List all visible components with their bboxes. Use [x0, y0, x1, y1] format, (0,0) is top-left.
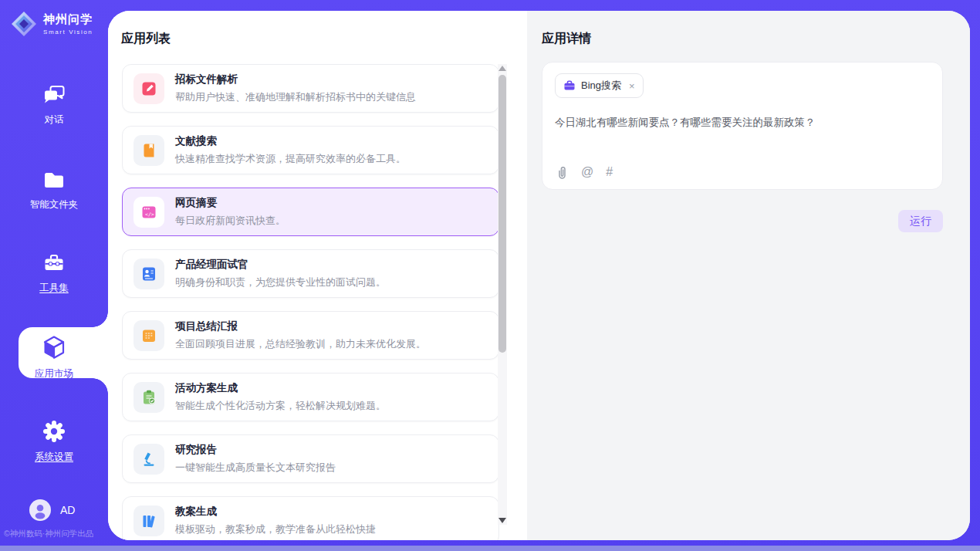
brand-subtitle: Smart Vision [43, 29, 93, 35]
sidebar-item-toolset[interactable]: 工具集 [0, 252, 108, 295]
active-item-notch-top [93, 312, 108, 327]
app-card-title: 文献搜索 [175, 134, 406, 148]
gear-icon [42, 419, 66, 444]
brand-logo: 神州问学 Smart Vision [10, 10, 93, 38]
app-card-title: 网页摘要 [175, 196, 286, 210]
svg-text:</>: </> [145, 211, 154, 217]
app-detail-title: 应用详情 [542, 31, 970, 47]
hash-icon[interactable]: # [606, 166, 613, 178]
sidebar-item-smart-folder[interactable]: 智能文件夹 [0, 168, 108, 211]
sidebar-item-label: 智能文件夹 [30, 198, 79, 211]
microscope-icon [133, 444, 164, 475]
app-list-scrollbar[interactable] [498, 64, 507, 525]
cube-icon [41, 334, 67, 360]
mention-icon[interactable]: @ [581, 166, 593, 178]
toolbox-icon [42, 252, 66, 275]
app-card-description: 模板驱动，教案秒成，教学准备从此轻松快捷 [175, 522, 376, 536]
sidebar: 神州问学 Smart Vision 对话 智能文件夹 [0, 0, 108, 551]
user-initials: AD [60, 504, 75, 516]
app-card-event-plan[interactable]: 活动方案生成 智能生成个性化活动方案，轻松解决规划难题。 [122, 373, 499, 421]
copyright-text: ©神州数码·神州问学出品 [4, 529, 108, 539]
app-card-description: 全面回顾项目进展，总结经验教训，助力未来优化发展。 [175, 337, 426, 351]
browser-code-icon: </> [133, 197, 164, 228]
app-list-section: 应用列表 招标文件解析 帮助用户快速、准确地理解和解析招标书中的关键信息 [108, 11, 527, 540]
brand-logo-icon [10, 10, 38, 38]
app-card-web-summary[interactable]: </> 网页摘要 每日政府新闻资讯快查。 [122, 188, 499, 236]
app-card-title: 活动方案生成 [175, 381, 386, 395]
app-card-title: 项目总结汇报 [175, 319, 426, 333]
paperclip-icon[interactable] [555, 164, 569, 180]
bottom-strip [0, 546, 980, 551]
app-card-bid-parse[interactable]: 招标文件解析 帮助用户快速、准确地理解和解析招标书中的关键信息 [122, 64, 499, 113]
note-icon [133, 320, 164, 351]
content-panel: 应用列表 招标文件解析 帮助用户快速、准确地理解和解析招标书中的关键信息 [108, 11, 970, 540]
run-button[interactable]: 运行 [898, 210, 943, 232]
app-card-description: 智能生成个性化活动方案，轻松解决规划难题。 [175, 399, 386, 413]
tool-tag-bing-search[interactable]: Bing搜索 × [555, 73, 644, 98]
app-card-pm-interviewer[interactable]: 产品经理面试官 明确身份和职责，为您提供专业性的面试问题。 [122, 249, 499, 298]
folder-icon [42, 168, 66, 191]
briefcase-icon [563, 79, 576, 92]
app-card-research-report[interactable]: 研究报告 一键智能生成高质量长文本研究报告 [122, 434, 499, 483]
prompt-composer-card: Bing搜索 × 今日湖北有哪些新闻要点？有哪些需要关注的最新政策？ @ # [542, 62, 943, 190]
brand-name: 神州问学 [43, 12, 93, 27]
scrollbar-down-arrow[interactable] [498, 518, 506, 523]
app-card-title: 研究报告 [175, 443, 336, 457]
brand-logo-text: 神州问学 Smart Vision [43, 12, 93, 35]
chat-icon [42, 83, 66, 106]
app-card-description: 每日政府新闻资讯快查。 [175, 214, 286, 228]
app-card-description: 明确身份和职责，为您提供专业性的面试问题。 [175, 276, 386, 289]
app-card-description: 快速精准查找学术资源，提高研究效率的必备工具。 [175, 152, 406, 166]
app-card-project-summary[interactable]: 项目总结汇报 全面回顾项目进展，总结经验教训，助力未来优化发展。 [122, 311, 499, 360]
clipboard-check-icon [133, 382, 164, 413]
app-card-list: 招标文件解析 帮助用户快速、准确地理解和解析招标书中的关键信息 文献搜索 快速精… [122, 64, 499, 540]
scrollbar-thumb[interactable] [498, 75, 506, 353]
app-card-description: 帮助用户快速、准确地理解和解析招标书中的关键信息 [175, 90, 416, 104]
avatar-person-icon [29, 499, 51, 521]
sidebar-item-label: 工具集 [39, 282, 69, 295]
sidebar-item-label: 系统设置 [35, 451, 73, 464]
scrollbar-up-arrow[interactable] [498, 66, 506, 71]
edit-square-icon [133, 73, 164, 104]
app-card-title: 教案生成 [175, 505, 376, 519]
books-icon [133, 505, 164, 536]
sidebar-item-label: 对话 [45, 113, 64, 127]
app-card-description: 一键智能生成高质量长文本研究报告 [175, 461, 336, 475]
tool-tag-label: Bing搜索 [581, 79, 621, 93]
remove-tag-icon[interactable]: × [629, 80, 635, 92]
composer-toolbar: @ # [555, 164, 613, 180]
app-detail-section: 应用详情 Bing搜索 × 今日湖北有哪些新闻要点？有哪些需要关注的最新政策？ [527, 11, 970, 540]
sidebar-item-settings[interactable]: 系统设置 [0, 419, 108, 464]
app-card-lesson-plan[interactable]: 教案生成 模板驱动，教案秒成，教学准备从此轻松快捷 [122, 496, 499, 540]
active-item-notch-bottom [93, 378, 108, 394]
book-icon [133, 135, 164, 166]
prompt-input[interactable]: 今日湖北有哪些新闻要点？有哪些需要关注的最新政策？ [555, 115, 930, 149]
app-card-title: 招标文件解析 [175, 73, 416, 86]
user-account[interactable]: AD [29, 499, 75, 521]
sidebar-item-chat[interactable]: 对话 [0, 83, 108, 127]
app-list-title: 应用列表 [121, 31, 527, 47]
interviewer-icon [133, 259, 164, 289]
sidebar-item-label: 应用市场 [35, 367, 73, 380]
app-card-literature-search[interactable]: 文献搜索 快速精准查找学术资源，提高研究效率的必备工具。 [122, 126, 499, 174]
sidebar-item-app-market[interactable]: 应用市场 [0, 334, 108, 380]
app-card-title: 产品经理面试官 [175, 258, 386, 272]
